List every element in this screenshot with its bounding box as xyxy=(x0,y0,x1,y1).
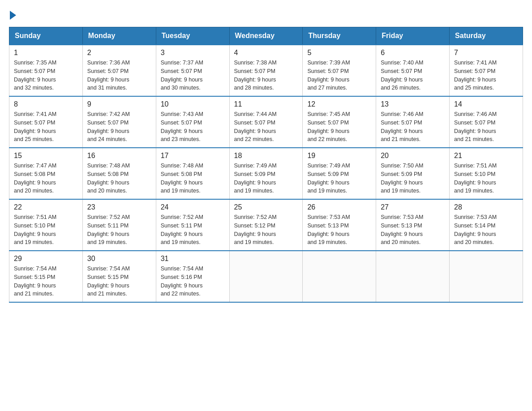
calendar-cell: 3 Sunrise: 7:37 AM Sunset: 5:07 PM Dayli… xyxy=(156,45,229,96)
calendar-cell: 1 Sunrise: 7:35 AM Sunset: 5:07 PM Dayli… xyxy=(9,45,83,96)
calendar-cell: 18 Sunrise: 7:49 AM Sunset: 5:09 PM Dayl… xyxy=(229,148,303,199)
day-info: Sunrise: 7:42 AM Sunset: 5:07 PM Dayligh… xyxy=(87,110,151,144)
calendar-cell: 27 Sunrise: 7:53 AM Sunset: 5:13 PM Dayl… xyxy=(376,199,450,251)
calendar-header-row: SundayMondayTuesdayWednesdayThursdayFrid… xyxy=(9,27,523,45)
calendar-cell: 9 Sunrise: 7:42 AM Sunset: 5:07 PM Dayli… xyxy=(82,96,156,148)
calendar-cell xyxy=(450,251,523,302)
day-number: 12 xyxy=(307,100,371,108)
day-number: 31 xyxy=(161,255,225,263)
day-number: 13 xyxy=(381,100,445,108)
day-info: Sunrise: 7:49 AM Sunset: 5:09 PM Dayligh… xyxy=(234,162,298,195)
calendar-cell: 17 Sunrise: 7:48 AM Sunset: 5:08 PM Dayl… xyxy=(156,148,229,199)
calendar-cell: 31 Sunrise: 7:54 AM Sunset: 5:16 PM Dayl… xyxy=(156,251,229,302)
week-row-2: 8 Sunrise: 7:41 AM Sunset: 5:07 PM Dayli… xyxy=(9,96,523,148)
header-sunday: Sunday xyxy=(9,27,83,45)
day-info: Sunrise: 7:54 AM Sunset: 5:16 PM Dayligh… xyxy=(161,265,225,298)
calendar-cell: 26 Sunrise: 7:53 AM Sunset: 5:13 PM Dayl… xyxy=(303,199,376,251)
day-number: 10 xyxy=(161,100,225,108)
day-info: Sunrise: 7:36 AM Sunset: 5:07 PM Dayligh… xyxy=(87,59,151,92)
day-info: Sunrise: 7:51 AM Sunset: 5:10 PM Dayligh… xyxy=(454,162,518,195)
day-number: 24 xyxy=(161,203,225,211)
day-number: 25 xyxy=(234,203,298,211)
calendar-cell xyxy=(303,251,376,302)
day-number: 2 xyxy=(87,49,151,57)
calendar-cell: 28 Sunrise: 7:53 AM Sunset: 5:14 PM Dayl… xyxy=(450,199,523,251)
day-info: Sunrise: 7:46 AM Sunset: 5:07 PM Dayligh… xyxy=(381,110,445,144)
day-number: 1 xyxy=(14,49,78,57)
day-info: Sunrise: 7:48 AM Sunset: 5:08 PM Dayligh… xyxy=(161,162,225,195)
calendar-table: SundayMondayTuesdayWednesdayThursdayFrid… xyxy=(9,27,523,303)
calendar-cell: 24 Sunrise: 7:52 AM Sunset: 5:11 PM Dayl… xyxy=(156,199,229,251)
day-number: 14 xyxy=(454,100,518,108)
day-info: Sunrise: 7:53 AM Sunset: 5:13 PM Dayligh… xyxy=(307,213,371,247)
day-number: 4 xyxy=(234,49,298,57)
calendar-cell: 13 Sunrise: 7:46 AM Sunset: 5:07 PM Dayl… xyxy=(376,96,450,148)
day-number: 6 xyxy=(381,49,445,57)
day-number: 27 xyxy=(381,203,445,211)
header-tuesday: Tuesday xyxy=(156,27,229,45)
day-number: 20 xyxy=(381,152,445,160)
day-info: Sunrise: 7:52 AM Sunset: 5:12 PM Dayligh… xyxy=(234,213,298,247)
day-info: Sunrise: 7:51 AM Sunset: 5:10 PM Dayligh… xyxy=(14,213,78,247)
calendar-cell: 8 Sunrise: 7:41 AM Sunset: 5:07 PM Dayli… xyxy=(9,96,83,148)
day-number: 3 xyxy=(161,49,225,57)
day-number: 16 xyxy=(87,152,151,160)
day-info: Sunrise: 7:47 AM Sunset: 5:08 PM Dayligh… xyxy=(14,162,78,195)
calendar-cell: 29 Sunrise: 7:54 AM Sunset: 5:15 PM Dayl… xyxy=(9,251,83,302)
week-row-1: 1 Sunrise: 7:35 AM Sunset: 5:07 PM Dayli… xyxy=(9,45,523,96)
day-number: 11 xyxy=(234,100,298,108)
day-number: 22 xyxy=(14,203,78,211)
day-number: 30 xyxy=(87,255,151,263)
calendar-cell: 5 Sunrise: 7:39 AM Sunset: 5:07 PM Dayli… xyxy=(303,45,376,96)
calendar-cell: 15 Sunrise: 7:47 AM Sunset: 5:08 PM Dayl… xyxy=(9,148,83,199)
day-info: Sunrise: 7:45 AM Sunset: 5:07 PM Dayligh… xyxy=(307,110,371,144)
header-friday: Friday xyxy=(376,27,450,45)
day-info: Sunrise: 7:44 AM Sunset: 5:07 PM Dayligh… xyxy=(234,110,298,144)
day-number: 5 xyxy=(307,49,371,57)
header-thursday: Thursday xyxy=(303,27,376,45)
week-row-4: 22 Sunrise: 7:51 AM Sunset: 5:10 PM Dayl… xyxy=(9,199,523,251)
day-info: Sunrise: 7:35 AM Sunset: 5:07 PM Dayligh… xyxy=(14,59,78,92)
calendar-cell: 10 Sunrise: 7:43 AM Sunset: 5:07 PM Dayl… xyxy=(156,96,229,148)
day-info: Sunrise: 7:52 AM Sunset: 5:11 PM Dayligh… xyxy=(87,213,151,247)
calendar-cell: 12 Sunrise: 7:45 AM Sunset: 5:07 PM Dayl… xyxy=(303,96,376,148)
day-info: Sunrise: 7:53 AM Sunset: 5:13 PM Dayligh… xyxy=(381,213,445,247)
logo-arrow-icon xyxy=(10,11,16,20)
calendar-cell: 2 Sunrise: 7:36 AM Sunset: 5:07 PM Dayli… xyxy=(82,45,156,96)
calendar-cell xyxy=(376,251,450,302)
day-info: Sunrise: 7:43 AM Sunset: 5:07 PM Dayligh… xyxy=(161,110,225,144)
day-number: 17 xyxy=(161,152,225,160)
day-info: Sunrise: 7:41 AM Sunset: 5:07 PM Dayligh… xyxy=(454,59,518,92)
header-saturday: Saturday xyxy=(450,27,523,45)
day-info: Sunrise: 7:39 AM Sunset: 5:07 PM Dayligh… xyxy=(307,59,371,92)
day-number: 8 xyxy=(14,100,78,108)
day-number: 26 xyxy=(307,203,371,211)
day-number: 28 xyxy=(454,203,518,211)
calendar-cell: 23 Sunrise: 7:52 AM Sunset: 5:11 PM Dayl… xyxy=(82,199,156,251)
week-row-5: 29 Sunrise: 7:54 AM Sunset: 5:15 PM Dayl… xyxy=(9,251,523,302)
header-wednesday: Wednesday xyxy=(229,27,303,45)
day-info: Sunrise: 7:52 AM Sunset: 5:11 PM Dayligh… xyxy=(161,213,225,247)
calendar-cell: 30 Sunrise: 7:54 AM Sunset: 5:15 PM Dayl… xyxy=(82,251,156,302)
calendar-cell: 11 Sunrise: 7:44 AM Sunset: 5:07 PM Dayl… xyxy=(229,96,303,148)
day-info: Sunrise: 7:48 AM Sunset: 5:08 PM Dayligh… xyxy=(87,162,151,195)
page-header xyxy=(9,9,523,18)
day-info: Sunrise: 7:40 AM Sunset: 5:07 PM Dayligh… xyxy=(381,59,445,92)
calendar-cell: 19 Sunrise: 7:49 AM Sunset: 5:09 PM Dayl… xyxy=(303,148,376,199)
day-number: 9 xyxy=(87,100,151,108)
calendar-cell: 4 Sunrise: 7:38 AM Sunset: 5:07 PM Dayli… xyxy=(229,45,303,96)
week-row-3: 15 Sunrise: 7:47 AM Sunset: 5:08 PM Dayl… xyxy=(9,148,523,199)
header-monday: Monday xyxy=(82,27,156,45)
calendar-cell: 25 Sunrise: 7:52 AM Sunset: 5:12 PM Dayl… xyxy=(229,199,303,251)
calendar-cell xyxy=(229,251,303,302)
day-number: 18 xyxy=(234,152,298,160)
calendar-cell: 16 Sunrise: 7:48 AM Sunset: 5:08 PM Dayl… xyxy=(82,148,156,199)
day-info: Sunrise: 7:46 AM Sunset: 5:07 PM Dayligh… xyxy=(454,110,518,144)
day-info: Sunrise: 7:54 AM Sunset: 5:15 PM Dayligh… xyxy=(87,265,151,298)
day-number: 15 xyxy=(14,152,78,160)
calendar-cell: 20 Sunrise: 7:50 AM Sunset: 5:09 PM Dayl… xyxy=(376,148,450,199)
day-info: Sunrise: 7:53 AM Sunset: 5:14 PM Dayligh… xyxy=(454,213,518,247)
day-info: Sunrise: 7:50 AM Sunset: 5:09 PM Dayligh… xyxy=(381,162,445,195)
logo xyxy=(9,9,16,18)
day-info: Sunrise: 7:37 AM Sunset: 5:07 PM Dayligh… xyxy=(161,59,225,92)
